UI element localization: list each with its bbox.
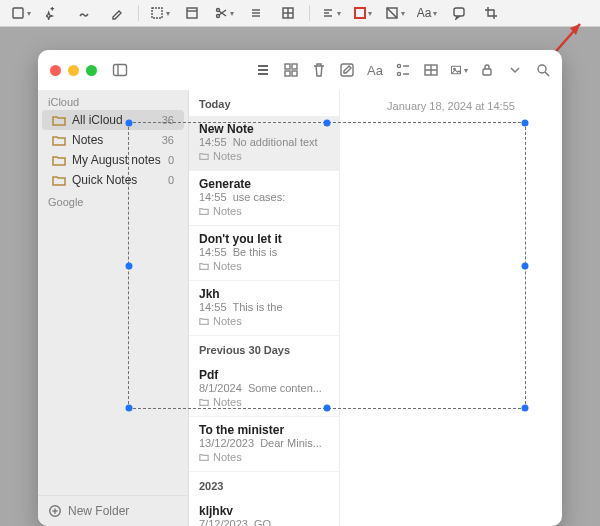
new-folder-button[interactable]: New Folder [38, 495, 188, 526]
svg-rect-1 [152, 8, 162, 18]
table-capture-icon[interactable] [273, 2, 303, 24]
rect-select-icon[interactable]: ▾ [145, 2, 175, 24]
comment-icon[interactable] [444, 2, 474, 24]
svg-rect-25 [285, 64, 290, 69]
crop-selection[interactable] [128, 122, 526, 409]
selection-handle[interactable] [522, 405, 529, 412]
text-style-icon[interactable]: Aa [366, 61, 384, 79]
screenshot-toolbar: ▾▾▾▾▾▾Aa▾ [0, 0, 600, 27]
grid-view-icon[interactable] [282, 61, 300, 79]
selection-handle[interactable] [126, 120, 133, 127]
checklist-icon[interactable] [394, 61, 412, 79]
svg-point-32 [397, 72, 400, 75]
align-icon[interactable]: ▾ [316, 2, 346, 24]
svg-rect-29 [341, 64, 353, 76]
notes-group-label: 2023 [189, 472, 339, 498]
list-icon[interactable] [241, 2, 271, 24]
notes-group-label: Today [189, 90, 339, 116]
svg-rect-17 [454, 8, 464, 16]
selection-handle[interactable] [126, 405, 133, 412]
folder-icon [52, 153, 66, 167]
note-subtitle: 7/12/2023 GO [199, 518, 329, 526]
selection-handle[interactable] [522, 120, 529, 127]
scissors-icon[interactable]: ▾ [209, 2, 239, 24]
lock-icon[interactable] [478, 61, 496, 79]
new-folder-label: New Folder [68, 504, 129, 518]
text-style-icon[interactable]: Aa▾ [412, 2, 442, 24]
close-window-icon[interactable] [50, 65, 61, 76]
capture-mode-icon[interactable]: ▾ [6, 2, 36, 24]
svg-rect-39 [483, 69, 491, 75]
list-view-icon[interactable] [254, 61, 272, 79]
note-item[interactable]: kljhkv7/12/2023 GONotes [189, 498, 339, 526]
shape-outline-icon[interactable]: ▾ [380, 2, 410, 24]
svg-point-40 [538, 65, 546, 73]
svg-rect-27 [285, 71, 290, 76]
sidebar-section-label: iCloud [38, 90, 188, 110]
highlighter-icon[interactable] [102, 2, 132, 24]
sparkle-icon[interactable] [38, 2, 68, 24]
note-item[interactable]: To the minister13/12/2023 Dear Minis...N… [189, 417, 339, 472]
selection-handle[interactable] [126, 262, 133, 269]
media-icon[interactable]: ▾ [450, 61, 468, 79]
note-date: January 18, 2024 at 14:55 [354, 100, 548, 112]
selection-handle[interactable] [522, 262, 529, 269]
note-folder: Notes [199, 451, 329, 463]
svg-point-30 [397, 64, 400, 67]
traffic-lights[interactable] [38, 65, 97, 76]
zoom-window-icon[interactable] [86, 65, 97, 76]
window-toolbar: Aa ▾ [38, 50, 562, 90]
selection-handle[interactable] [324, 120, 331, 127]
search-icon[interactable] [534, 61, 552, 79]
minimize-window-icon[interactable] [68, 65, 79, 76]
svg-line-16 [387, 8, 397, 18]
note-title: To the minister [199, 423, 329, 437]
note-subtitle: 13/12/2023 Dear Minis... [199, 437, 329, 449]
selection-handle[interactable] [324, 405, 331, 412]
folder-icon [52, 113, 66, 127]
svg-rect-28 [292, 71, 297, 76]
svg-rect-0 [13, 8, 23, 18]
red-box-icon[interactable]: ▾ [348, 2, 378, 24]
folder-icon [52, 173, 66, 187]
freehand-icon[interactable] [70, 2, 100, 24]
folder-icon [52, 133, 66, 147]
svg-rect-26 [292, 64, 297, 69]
more-icon[interactable] [506, 61, 524, 79]
window-select-icon[interactable] [177, 2, 207, 24]
trash-icon[interactable] [310, 61, 328, 79]
compose-icon[interactable] [338, 61, 356, 79]
svg-line-41 [545, 72, 549, 76]
crop-icon[interactable] [476, 2, 506, 24]
sidebar-toggle-icon[interactable] [111, 61, 129, 79]
note-title: kljhkv [199, 504, 329, 518]
table-icon[interactable] [422, 61, 440, 79]
svg-rect-20 [114, 65, 127, 76]
svg-rect-2 [187, 8, 197, 18]
